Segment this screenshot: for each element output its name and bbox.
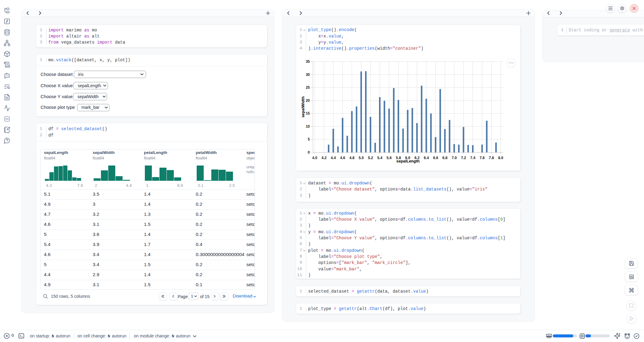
svg-text:7.4: 7.4 (470, 156, 475, 160)
svg-text:5.6: 5.6 (387, 156, 392, 160)
svg-text:30: 30 (306, 73, 310, 77)
svg-text:4.2: 4.2 (321, 156, 327, 160)
svg-text:5: 5 (308, 137, 310, 141)
svg-text:4.8: 4.8 (349, 156, 355, 160)
svg-text:0: 0 (308, 150, 310, 155)
svg-text:6.6: 6.6 (433, 156, 438, 160)
svg-text:5.4: 5.4 (377, 156, 382, 160)
svg-text:8.0: 8.0 (498, 156, 503, 160)
svg-text:7.8: 7.8 (489, 156, 494, 160)
svg-text:15: 15 (306, 111, 310, 116)
svg-text:5.0: 5.0 (359, 156, 364, 160)
svg-text:20: 20 (306, 98, 310, 103)
svg-text:10: 10 (306, 124, 310, 129)
svg-text:4.0: 4.0 (312, 156, 317, 160)
svg-text:25: 25 (306, 85, 310, 90)
svg-text:6.8: 6.8 (442, 156, 448, 160)
svg-text:4.4: 4.4 (331, 156, 336, 160)
svg-text:7.6: 7.6 (480, 156, 485, 160)
svg-text:35: 35 (306, 59, 310, 64)
svg-text:sepalLength: sepalLength (396, 159, 420, 163)
svg-text:7.2: 7.2 (461, 156, 466, 160)
svg-text:4.6: 4.6 (340, 156, 345, 160)
svg-text:5.2: 5.2 (368, 156, 373, 160)
svg-text:sepalWidth: sepalWidth (301, 96, 305, 117)
svg-text:6.4: 6.4 (424, 156, 429, 160)
svg-text:7.0: 7.0 (452, 156, 457, 160)
